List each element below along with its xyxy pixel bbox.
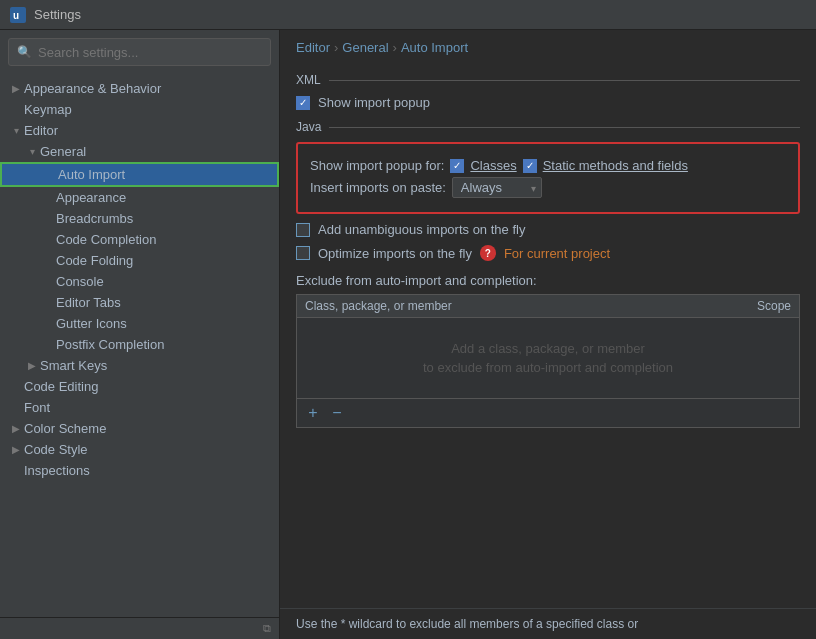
sidebar-item-postfix-completion[interactable]: Postfix Completion bbox=[0, 334, 279, 355]
xml-show-import-popup-row: Show import popup bbox=[296, 95, 800, 110]
copy-icon[interactable]: ⧉ bbox=[263, 622, 271, 635]
sidebar-item-label: Code Style bbox=[24, 442, 88, 457]
for-current-project-label: For current project bbox=[504, 246, 610, 261]
sidebar-item-label: Code Folding bbox=[56, 253, 133, 268]
add-button[interactable]: + bbox=[303, 403, 323, 423]
help-icon[interactable]: ? bbox=[480, 245, 496, 261]
sidebar: 🔍 ▶ Appearance & Behavior Keymap ▾ Edito… bbox=[0, 30, 280, 639]
exclude-table: Class, package, or member Scope Add a cl… bbox=[296, 294, 800, 428]
search-input[interactable] bbox=[38, 45, 262, 60]
sidebar-item-label: Console bbox=[56, 274, 104, 289]
chevron-icon: ▶ bbox=[24, 360, 40, 371]
search-icon: 🔍 bbox=[17, 45, 32, 59]
chevron-down-icon: ▾ bbox=[24, 146, 40, 157]
chevron-down-icon: ▾ bbox=[8, 125, 24, 136]
sidebar-item-code-style[interactable]: ▶ Code Style bbox=[0, 439, 279, 460]
classes-checkbox[interactable] bbox=[450, 159, 464, 173]
svg-text:u: u bbox=[13, 10, 19, 21]
table-header: Class, package, or member Scope bbox=[297, 295, 799, 318]
optimize-imports-checkbox[interactable] bbox=[296, 246, 310, 260]
sidebar-item-label: Breadcrumbs bbox=[56, 211, 133, 226]
xml-show-import-popup-label: Show import popup bbox=[318, 95, 430, 110]
sidebar-item-label: Font bbox=[24, 400, 50, 415]
table-col-class: Class, package, or member bbox=[305, 299, 721, 313]
table-body: Add a class, package, or member to exclu… bbox=[297, 318, 799, 398]
insert-imports-row: Insert imports on paste: Always Ask Neve… bbox=[310, 177, 786, 198]
chevron-icon: ▶ bbox=[8, 444, 24, 455]
app-icon: u bbox=[10, 7, 26, 23]
chevron-icon: ▶ bbox=[8, 83, 24, 94]
optimize-imports-row: Optimize imports on the fly ? For curren… bbox=[296, 245, 800, 261]
classes-label: Classes bbox=[470, 158, 516, 173]
chevron-icon: ▶ bbox=[8, 423, 24, 434]
sidebar-item-label: Editor bbox=[24, 123, 58, 138]
content-area: Editor › General › Auto Import XML Show … bbox=[280, 30, 816, 639]
sidebar-item-code-editing[interactable]: Code Editing bbox=[0, 376, 279, 397]
sidebar-item-font[interactable]: Font bbox=[0, 397, 279, 418]
xml-section-line bbox=[329, 80, 800, 81]
breadcrumb-sep-2: › bbox=[393, 40, 397, 55]
table-placeholder-line1: Add a class, package, or member bbox=[451, 341, 645, 356]
sidebar-item-general[interactable]: ▾ General bbox=[0, 141, 279, 162]
sidebar-item-smart-keys[interactable]: ▶ Smart Keys bbox=[0, 355, 279, 376]
content-body: XML Show import popup Java Show import p… bbox=[280, 63, 816, 608]
sidebar-item-gutter-icons[interactable]: Gutter Icons bbox=[0, 313, 279, 334]
sidebar-item-label: Inspections bbox=[24, 463, 90, 478]
add-unambiguous-row: Add unambiguous imports on the fly bbox=[296, 222, 800, 237]
static-methods-checkbox[interactable] bbox=[523, 159, 537, 173]
xml-section-header: XML bbox=[296, 73, 800, 87]
table-actions: + − bbox=[297, 398, 799, 427]
breadcrumb-editor: Editor bbox=[296, 40, 330, 55]
show-import-popup-row: Show import popup for: Classes Static me… bbox=[310, 158, 786, 173]
add-unambiguous-label: Add unambiguous imports on the fly bbox=[318, 222, 525, 237]
sidebar-item-editor[interactable]: ▾ Editor bbox=[0, 120, 279, 141]
sidebar-item-auto-import[interactable]: Auto Import bbox=[0, 162, 279, 187]
insert-imports-select[interactable]: Always Ask Never bbox=[452, 177, 542, 198]
breadcrumb-general: General bbox=[342, 40, 388, 55]
breadcrumb: Editor › General › Auto Import bbox=[280, 30, 816, 63]
sidebar-item-label: Appearance & Behavior bbox=[24, 81, 161, 96]
sidebar-item-label: Code Editing bbox=[24, 379, 98, 394]
search-box[interactable]: 🔍 bbox=[8, 38, 271, 66]
main-layout: 🔍 ▶ Appearance & Behavior Keymap ▾ Edito… bbox=[0, 30, 816, 639]
bottom-note: Use the * wildcard to exclude all member… bbox=[280, 608, 816, 639]
sidebar-item-code-folding[interactable]: Code Folding bbox=[0, 250, 279, 271]
table-placeholder-line2: to exclude from auto-import and completi… bbox=[423, 360, 673, 375]
sidebar-item-label: Appearance bbox=[56, 190, 126, 205]
sidebar-item-appearance[interactable]: Appearance bbox=[0, 187, 279, 208]
sidebar-item-label: General bbox=[40, 144, 86, 159]
xml-show-import-popup-checkbox[interactable] bbox=[296, 96, 310, 110]
table-col-scope: Scope bbox=[721, 299, 791, 313]
sidebar-tree: ▶ Appearance & Behavior Keymap ▾ Editor … bbox=[0, 74, 279, 617]
sidebar-item-color-scheme[interactable]: ▶ Color Scheme bbox=[0, 418, 279, 439]
sidebar-item-code-completion[interactable]: Code Completion bbox=[0, 229, 279, 250]
sidebar-item-console[interactable]: Console bbox=[0, 271, 279, 292]
optimize-imports-label: Optimize imports on the fly bbox=[318, 246, 472, 261]
sidebar-item-label: Gutter Icons bbox=[56, 316, 127, 331]
sidebar-item-label: Code Completion bbox=[56, 232, 156, 247]
bottom-note-text: Use the * wildcard to exclude all member… bbox=[296, 617, 638, 631]
java-box: Show import popup for: Classes Static me… bbox=[296, 142, 800, 214]
title-bar: u Settings bbox=[0, 0, 816, 30]
breadcrumb-sep-1: › bbox=[334, 40, 338, 55]
sidebar-item-appearance-behavior[interactable]: ▶ Appearance & Behavior bbox=[0, 78, 279, 99]
window-title: Settings bbox=[34, 7, 81, 22]
sidebar-bottom: ⧉ bbox=[0, 617, 279, 639]
sidebar-item-label: Color Scheme bbox=[24, 421, 106, 436]
xml-section-label: XML bbox=[296, 73, 321, 87]
sidebar-item-inspections[interactable]: Inspections bbox=[0, 460, 279, 481]
sidebar-item-label: Postfix Completion bbox=[56, 337, 164, 352]
insert-imports-label: Insert imports on paste: bbox=[310, 180, 446, 195]
sidebar-item-keymap[interactable]: Keymap bbox=[0, 99, 279, 120]
sidebar-item-breadcrumbs[interactable]: Breadcrumbs bbox=[0, 208, 279, 229]
exclude-label: Exclude from auto-import and completion: bbox=[296, 273, 800, 288]
sidebar-item-label: Keymap bbox=[24, 102, 72, 117]
breadcrumb-auto-import: Auto Import bbox=[401, 40, 468, 55]
sidebar-item-label: Auto Import bbox=[58, 167, 125, 182]
sidebar-item-editor-tabs[interactable]: Editor Tabs bbox=[0, 292, 279, 313]
java-section-line bbox=[329, 127, 800, 128]
static-methods-label: Static methods and fields bbox=[543, 158, 688, 173]
add-unambiguous-checkbox[interactable] bbox=[296, 223, 310, 237]
remove-button[interactable]: − bbox=[327, 403, 347, 423]
sidebar-item-label: Editor Tabs bbox=[56, 295, 121, 310]
